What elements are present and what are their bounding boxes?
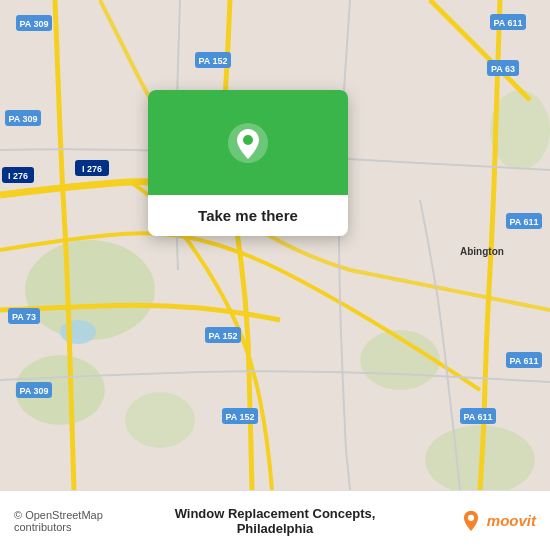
svg-text:Abington: Abington <box>460 246 504 257</box>
svg-text:PA 611: PA 611 <box>509 217 538 227</box>
svg-text:PA 611: PA 611 <box>509 356 538 366</box>
svg-text:PA 152: PA 152 <box>198 56 227 66</box>
svg-point-38 <box>243 135 253 145</box>
moovit-label: moovit <box>487 512 536 529</box>
svg-text:PA 309: PA 309 <box>19 386 48 396</box>
copyright-text: © OpenStreetMap contributors <box>14 509 140 533</box>
svg-text:PA 73: PA 73 <box>12 312 36 322</box>
map-container: I 276 PA 309 PA 309 PA 309 PA 152 PA 152… <box>0 0 550 490</box>
svg-text:PA 63: PA 63 <box>491 64 515 74</box>
svg-point-39 <box>468 514 474 520</box>
svg-text:PA 152: PA 152 <box>208 331 237 341</box>
take-me-there-button[interactable]: Take me there <box>148 195 348 236</box>
moovit-pin-icon <box>460 510 482 532</box>
svg-text:PA 309: PA 309 <box>19 19 48 29</box>
popup-card: Take me there <box>148 90 348 236</box>
svg-point-6 <box>125 392 195 448</box>
popup-green-area <box>148 90 348 195</box>
bottom-bar: © OpenStreetMap contributors Window Repl… <box>0 490 550 550</box>
svg-text:I 276: I 276 <box>8 171 28 181</box>
moovit-logo[interactable]: moovit <box>411 510 537 532</box>
svg-text:PA 309: PA 309 <box>8 114 37 124</box>
svg-point-7 <box>60 320 96 344</box>
location-label: Window Replacement Concepts, Philadelphi… <box>150 506 401 536</box>
svg-text:PA 611: PA 611 <box>493 18 522 28</box>
svg-text:PA 611: PA 611 <box>463 412 492 422</box>
svg-text:I 276: I 276 <box>82 164 102 174</box>
svg-text:PA 152: PA 152 <box>225 412 254 422</box>
location-pin-icon <box>226 121 270 165</box>
